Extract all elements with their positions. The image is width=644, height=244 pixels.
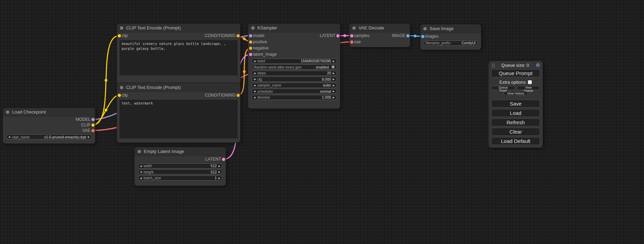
increment-arrow-icon[interactable]: ▶ [219, 171, 220, 173]
increment-arrow-icon[interactable]: ▶ [333, 96, 335, 99]
output-dot-model[interactable] [91, 118, 95, 121]
decrement-arrow-icon[interactable]: ◀ [254, 78, 255, 80]
widget-label: seed [257, 59, 265, 63]
slot-row: LATENT [134, 156, 226, 162]
output-slot-latent: LATENT [320, 33, 335, 38]
node-clip-text-encode-positive[interactable]: CLIP Text Encode (Prompt) clip CONDITION… [117, 24, 240, 85]
output-dot-vae[interactable] [91, 129, 95, 132]
output-slot-conditioning: CONDITIONING [205, 93, 236, 98]
prompt-textarea[interactable]: beautiful scenery nature glass bottle la… [120, 40, 238, 75]
node-title-bar[interactable]: CLIP Text Encode (Prompt) [117, 83, 240, 92]
decrement-arrow-icon[interactable]: ◀ [254, 90, 255, 92]
wire-midpoint-dot [343, 34, 346, 37]
decrement-arrow-icon[interactable]: ◀ [140, 165, 142, 167]
output-dot-latent[interactable] [336, 34, 339, 37]
input-label: vae [354, 39, 361, 44]
decrement-arrow-icon[interactable]: ◀ [8, 136, 10, 138]
input-dot-clip[interactable] [118, 94, 121, 97]
node-vae-decode[interactable]: VAE Decode samples IMAGE vae [349, 24, 410, 47]
decrement-arrow-icon[interactable]: ◀ [254, 60, 255, 62]
output-dot-latent[interactable] [222, 158, 225, 161]
input-dot-vae[interactable] [350, 40, 353, 44]
input-dot-positive[interactable] [249, 40, 252, 44]
drag-handle-icon[interactable] [491, 63, 495, 67]
increment-arrow-icon[interactable]: ▶ [333, 72, 335, 74]
input-dot-negative[interactable] [249, 47, 252, 50]
load-default-button[interactable]: Load Default [491, 137, 540, 145]
node-title-bar[interactable]: Load Checkpoint [3, 108, 95, 117]
widget-steps[interactable]: ◀ steps 20 ▶ [252, 71, 337, 76]
extra-options-checkbox[interactable] [528, 80, 532, 84]
widget-seed[interactable]: ◀ seed 156680208700286 ▶ [252, 58, 337, 64]
widget-random-seed-toggle[interactable]: Random seed after every gen enabled [252, 64, 337, 70]
input-dot-latent-image[interactable] [249, 53, 252, 56]
widget-label: denoise [257, 95, 270, 99]
node-title: CLIP Text Encode (Prompt) [126, 25, 181, 30]
increment-arrow-icon[interactable]: ▶ [88, 136, 90, 138]
collapse-dot-icon[interactable] [251, 26, 255, 30]
widget-sampler-name[interactable]: ◀ sampler_name euler ▶ [252, 83, 337, 88]
node-title-bar[interactable]: KSampler [248, 24, 340, 33]
wire-midpoint-dot [414, 35, 417, 37]
view-history-button[interactable]: View History [504, 91, 528, 96]
widget-ckpt-name[interactable]: ◀ ckpt_name v1-5-pruned-emaonly.ckpt ▶ [6, 134, 92, 139]
widget-width[interactable]: ◀ width 512 ▶ [138, 163, 222, 169]
slot-row: positive [248, 39, 340, 45]
increment-arrow-icon[interactable]: ▶ [333, 90, 335, 92]
node-empty-latent-image[interactable]: Empty Latent Image LATENT ◀ width 512 ▶ … [134, 147, 226, 186]
output-dot-conditioning[interactable] [237, 94, 240, 97]
node-load-checkpoint[interactable]: Load Checkpoint MODEL CLIP VAE [3, 108, 95, 144]
increment-arrow-icon[interactable]: ▶ [333, 60, 335, 62]
widget-height[interactable]: ◀ height 512 ▶ [138, 169, 222, 174]
decrement-arrow-icon[interactable]: ◀ [254, 96, 255, 99]
clear-button[interactable]: Clear [491, 128, 540, 136]
node-save-image[interactable]: Save Image images filename_prefix ComfyU… [420, 24, 481, 50]
queue-prompt-button[interactable]: Queue Prompt [491, 69, 540, 77]
node-clip-text-encode-negative[interactable]: CLIP Text Encode (Prompt) clip CONDITION… [117, 83, 240, 143]
increment-arrow-icon[interactable]: ▶ [333, 84, 335, 87]
load-button[interactable]: Load [491, 109, 540, 117]
toggle-knob-icon[interactable] [332, 65, 335, 69]
node-title-bar[interactable]: Save Image [420, 24, 481, 33]
decrement-arrow-icon[interactable]: ◀ [254, 84, 255, 87]
queue-menu-panel[interactable]: Queue size: 0 ⚙ Queue Prompt Extra optio… [488, 61, 543, 148]
increment-arrow-icon[interactable]: ▶ [219, 177, 220, 179]
input-dot-images[interactable] [421, 35, 424, 38]
widget-cfg[interactable]: ◀ cfg 8.000 ▶ [252, 76, 337, 82]
node-title-bar[interactable]: Empty Latent Image [134, 147, 226, 156]
slot-row: vae [349, 39, 410, 45]
increment-arrow-icon[interactable]: ▶ [333, 78, 335, 80]
input-dot-samples[interactable] [350, 34, 353, 37]
save-button[interactable]: Save [491, 100, 540, 108]
collapse-dot-icon[interactable] [138, 150, 141, 153]
output-dot-image[interactable] [406, 34, 409, 37]
widget-scheduler[interactable]: ◀ scheduler normal ▶ [252, 89, 337, 94]
node-title-bar[interactable]: VAE Decode [349, 24, 410, 33]
output-dot-conditioning[interactable] [237, 34, 240, 37]
slot-row: clip CONDITIONING [117, 33, 240, 39]
prompt-textarea[interactable]: text, watermark [120, 100, 238, 138]
widget-batch-size[interactable]: ◀ batch_size 1 ▶ [138, 175, 222, 181]
decrement-arrow-icon[interactable]: ◀ [254, 72, 255, 74]
increment-arrow-icon[interactable]: ▶ [219, 165, 220, 167]
collapse-dot-icon[interactable] [120, 26, 123, 30]
input-slot-images: images [425, 34, 439, 39]
decrement-arrow-icon[interactable]: ◀ [140, 171, 142, 173]
queue-front-button[interactable]: Queue Front [491, 86, 515, 90]
collapse-dot-icon[interactable] [6, 110, 9, 114]
graph-canvas[interactable]: Load Checkpoint MODEL CLIP VAE [0, 0, 644, 244]
input-dot-model[interactable] [249, 34, 252, 37]
node-title-bar[interactable]: CLIP Text Encode (Prompt) [117, 24, 240, 33]
view-queue-button[interactable]: View Queue [517, 86, 540, 90]
output-dot-clip[interactable] [91, 124, 95, 127]
collapse-dot-icon[interactable] [423, 27, 427, 30]
refresh-button[interactable]: Refresh [491, 118, 540, 126]
input-dot-clip[interactable] [118, 34, 121, 37]
collapse-dot-icon[interactable] [352, 26, 356, 30]
node-ksampler[interactable]: KSampler model LATENT positive [248, 24, 340, 109]
decrement-arrow-icon[interactable]: ◀ [140, 177, 142, 179]
collapse-dot-icon[interactable] [120, 86, 123, 89]
widget-filename-prefix[interactable]: filename_prefix ComfyUI [424, 40, 478, 46]
settings-gear-icon[interactable]: ⚙ [536, 63, 540, 67]
widget-denoise[interactable]: ◀ denoise 1.000 ▶ [252, 95, 337, 100]
